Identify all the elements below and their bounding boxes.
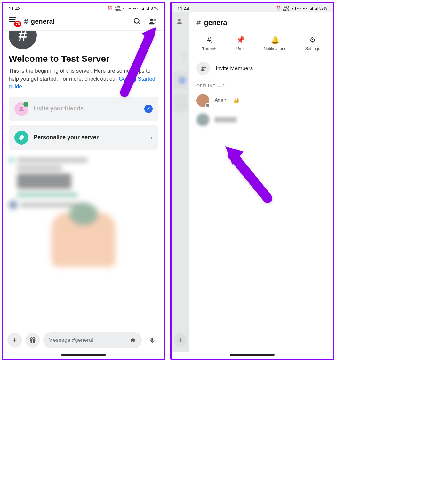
svg-point-12 — [178, 19, 181, 21]
mic-icon — [149, 337, 156, 344]
status-time: 11:43 — [9, 6, 21, 11]
members-button[interactable] — [147, 16, 158, 27]
svg-point-9 — [31, 338, 33, 340]
members-button-bg — [175, 16, 186, 27]
battery-text: 87% — [151, 6, 158, 11]
status-icons: ⏰ 0.08KB/S ▾ Vo LTE 2 ◢ ◢ 87% — [108, 5, 158, 11]
channel-name: general — [31, 18, 128, 25]
left-phone-frame: 11:43 ⏰ 0.08KB/S ▾ Vo LTE 2 ◢ ◢ 87% 76 #… — [2, 2, 165, 360]
alarm-icon: ⏰ — [276, 6, 281, 11]
pin-icon: 📌 — [236, 36, 245, 44]
svg-rect-13 — [180, 338, 181, 341]
check-icon: ✓ — [144, 105, 153, 113]
owner-crown-icon: 👑 — [233, 98, 239, 104]
status-bar: 11:43 ⏰ 0.08KB/S ▾ Vo LTE 2 ◢ ◢ 87% — [3, 3, 164, 12]
svg-point-2 — [150, 19, 153, 21]
personalize-card[interactable]: Personalize your server › — [9, 125, 158, 150]
members-icon — [176, 17, 185, 26]
emoji-button[interactable]: ☻ — [129, 336, 137, 344]
pins-tab[interactable]: 📌 Pins — [236, 36, 245, 51]
alarm-icon: ⏰ — [108, 6, 112, 11]
status-bar: 11:44 ⏰ 0.68KB/S ▾ Vo LTE 2 ◢ ◢ 87% — [172, 3, 333, 12]
panel-tabs: #▪ Threads 📌 Pins 🔔 Notifications ⚙ Sett… — [189, 32, 333, 56]
members-icon — [148, 17, 157, 26]
gift-button[interactable] — [25, 333, 40, 348]
panel-channel-name: general — [204, 19, 229, 27]
svg-point-4 — [20, 107, 23, 109]
gear-icon: ⚙ — [309, 36, 316, 44]
threads-tab[interactable]: #▪ Threads — [202, 36, 217, 51]
invite-members-icon — [196, 62, 210, 75]
status-offline-icon — [205, 103, 210, 108]
mic-button-bg — [174, 333, 187, 347]
offline-section-label: OFFLINE — 2 — [189, 81, 333, 91]
mic-button[interactable] — [145, 333, 160, 348]
svg-rect-11 — [151, 338, 153, 341]
nav-handle — [230, 354, 275, 356]
settings-tab[interactable]: ⚙ Settings — [305, 36, 320, 51]
invite-members-row[interactable]: Invite Members — [189, 56, 333, 81]
notifications-tab[interactable]: 🔔 Notifications — [264, 36, 286, 51]
gift-icon — [29, 337, 36, 344]
member-name-hidden — [214, 117, 237, 122]
invite-card-label: Invite your friends — [34, 105, 139, 112]
members-panel: # general #▪ Threads 📌 Pins 🔔 Notificati… — [189, 12, 333, 352]
personalize-icon — [14, 131, 28, 145]
message-input-bar: + Message #general ☻ — [3, 328, 164, 352]
right-phone-frame: 11:44 ⏰ 0.68KB/S ▾ Vo LTE 2 ◢ ◢ 87% ne u… — [170, 2, 334, 360]
battery-text: 87% — [319, 6, 327, 11]
invite-friends-card[interactable]: Invite your friends ✓ — [9, 97, 158, 121]
menu-button[interactable]: 76 — [9, 17, 20, 26]
signal-icon: ◢ — [310, 6, 313, 11]
volte-indicator: Vo LTE 2 — [127, 7, 139, 10]
signal-icon: ◢ — [141, 6, 144, 11]
member-avatar — [196, 94, 209, 107]
signal-icon-2: ◢ — [315, 6, 317, 11]
notification-badge: 76 — [14, 21, 21, 27]
panel-header: # general — [189, 12, 333, 32]
channel-header: 76 # general — [3, 12, 164, 31]
invite-icon — [14, 102, 28, 116]
wifi-icon: ▾ — [123, 6, 125, 11]
hash-icon: # — [196, 18, 201, 27]
welcome-title: Welcome to Test Server — [9, 54, 158, 64]
data-rate: 0.08KB/S — [114, 5, 121, 11]
invite-members-label: Invite Members — [216, 65, 253, 72]
search-button[interactable] — [132, 16, 143, 27]
add-attachment-button[interactable]: + — [7, 333, 22, 348]
members-panel-view: ne ut ✓ › # general #▪ Threads 📌 — [172, 12, 333, 352]
message-input[interactable]: Message #general ☻ — [43, 332, 142, 348]
status-time: 11:44 — [177, 6, 189, 11]
svg-point-14 — [202, 67, 204, 69]
welcome-text: This is the beginning of this server. He… — [9, 67, 158, 91]
channel-hash-avatar: # — [9, 31, 37, 49]
background-sliver[interactable]: ne ut ✓ › — [172, 12, 189, 352]
threads-icon: #▪ — [207, 36, 212, 44]
chevron-right-icon: › — [150, 134, 153, 141]
personalize-card-label: Personalize your server — [34, 134, 145, 141]
wifi-icon: ▾ — [292, 6, 293, 11]
svg-point-10 — [33, 338, 35, 340]
data-rate: 0.68KB/S — [283, 5, 290, 11]
member-avatar-hidden — [196, 113, 209, 126]
svg-point-0 — [134, 18, 139, 23]
bell-icon: 🔔 — [271, 36, 279, 44]
svg-line-1 — [138, 22, 140, 24]
svg-point-3 — [153, 19, 156, 21]
hash-icon: # — [24, 17, 28, 26]
blurred-messages — [9, 157, 158, 283]
nav-handle — [61, 354, 106, 356]
svg-rect-8 — [32, 339, 33, 343]
status-icons: ⏰ 0.68KB/S ▾ Vo LTE 2 ◢ ◢ 87% — [276, 5, 327, 11]
signal-icon-2: ◢ — [146, 6, 149, 11]
search-icon — [133, 17, 141, 26]
member-name: Atish — [214, 97, 227, 104]
svg-point-5 — [19, 140, 20, 141]
member-row[interactable]: Atish 👑 — [189, 91, 333, 110]
annotation-arrow-2 — [220, 141, 274, 206]
channel-content: # Welcome to Test Server This is the beg… — [3, 31, 164, 328]
member-row[interactable] — [189, 110, 333, 129]
message-placeholder: Message #general — [48, 337, 126, 343]
volte-indicator: Vo LTE 2 — [295, 7, 308, 10]
